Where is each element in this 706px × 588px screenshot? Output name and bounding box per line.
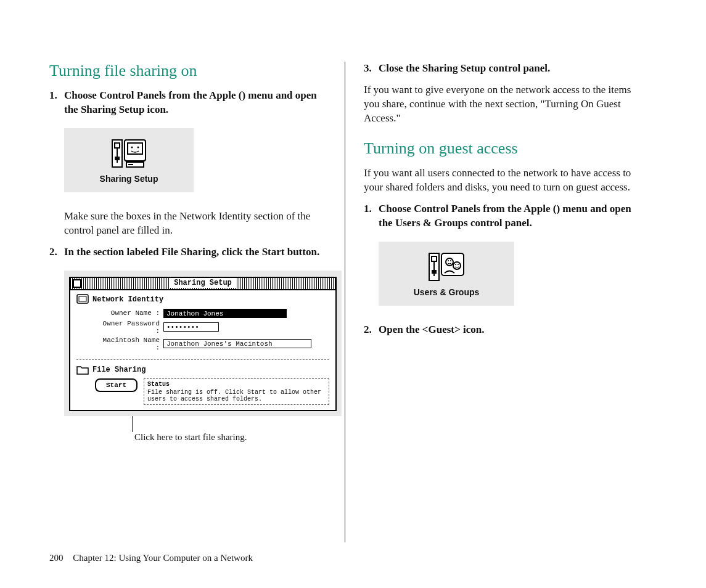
window-title: Sharing Setup bbox=[169, 278, 237, 288]
start-button[interactable]: Start bbox=[95, 378, 138, 392]
note-text: Make sure the boxes in the Network Ident… bbox=[49, 210, 326, 238]
svg-point-20 bbox=[453, 262, 461, 269]
file-sharing-title: File Sharing bbox=[92, 365, 146, 374]
step-number: 1. bbox=[49, 89, 64, 117]
icon-label: Sharing Setup bbox=[64, 174, 194, 184]
step-1-guest: 1. Choose Control Panels from the Apple … bbox=[364, 202, 641, 231]
users-groups-icon bbox=[429, 253, 464, 281]
folder-icon bbox=[76, 365, 89, 375]
status-title: Status bbox=[147, 381, 326, 388]
paragraph: If you want to give everyone on the netw… bbox=[364, 83, 641, 126]
icon-label: Users & Groups bbox=[379, 287, 514, 297]
step-2-guest: 2. Open the <Guest> icon. bbox=[364, 323, 641, 337]
step-1: 1. Choose Control Panels from the Apple … bbox=[49, 89, 326, 117]
svg-point-21 bbox=[455, 264, 456, 265]
users-groups-icon-figure: Users & Groups bbox=[379, 242, 514, 306]
page-footer: 200 Chapter 12: Using Your Computer on a… bbox=[49, 553, 253, 563]
section-heading-guest-access: Turning on guest access bbox=[364, 139, 641, 158]
svg-point-22 bbox=[458, 264, 459, 265]
macintosh-name-field[interactable]: Jonathon Jones's Macintosh bbox=[163, 339, 311, 348]
svg-rect-3 bbox=[115, 157, 120, 160]
callout-text: Click here to start file sharing. bbox=[134, 432, 326, 443]
svg-point-6 bbox=[131, 146, 133, 148]
svg-point-7 bbox=[138, 146, 139, 148]
sharing-setup-window-figure: Sharing Setup Network Identity Owner Nam… bbox=[64, 271, 342, 416]
svg-point-19 bbox=[450, 260, 451, 261]
step-text: Open the <Guest> icon. bbox=[379, 323, 641, 337]
owner-name-label: Owner Name : bbox=[95, 309, 160, 317]
status-box: Status File sharing is off. Click Start … bbox=[144, 378, 329, 405]
owner-password-label: Owner Password : bbox=[95, 320, 160, 335]
window-titlebar: Sharing Setup bbox=[70, 278, 335, 290]
step-number: 3. bbox=[364, 62, 379, 76]
step-text: Close the Sharing Setup control panel. bbox=[379, 62, 641, 76]
step-text: Choose Control Panels from the Apple () … bbox=[64, 89, 326, 117]
svg-point-18 bbox=[448, 260, 449, 261]
svg-point-17 bbox=[446, 258, 453, 266]
section-heading-file-sharing: Turning file sharing on bbox=[49, 62, 326, 80]
step-2: 2. In the section labeled File Sharing, … bbox=[49, 245, 326, 259]
step-text-pre: Choose Control Panels from the Apple ( bbox=[64, 89, 242, 101]
left-column: Turning file sharing on 1. Choose Contro… bbox=[49, 62, 345, 542]
close-icon[interactable] bbox=[73, 279, 81, 288]
svg-rect-15 bbox=[432, 270, 437, 274]
step-text-pre: Choose Control Panels from the Apple ( bbox=[379, 203, 556, 214]
sharing-setup-icon-figure: Sharing Setup bbox=[64, 128, 194, 192]
computer-icon bbox=[76, 294, 89, 305]
owner-password-field[interactable]: •••••••• bbox=[163, 322, 219, 332]
sharing-setup-window: Sharing Setup Network Identity Owner Nam… bbox=[69, 277, 337, 411]
page-number: 200 bbox=[49, 553, 64, 563]
owner-name-field[interactable]: Jonathon Jones bbox=[163, 309, 287, 318]
sharing-setup-icon bbox=[112, 139, 146, 168]
svg-rect-1 bbox=[115, 143, 120, 148]
svg-rect-9 bbox=[128, 164, 133, 165]
paragraph: If you want all users connected to the n… bbox=[364, 166, 641, 195]
chapter-title: Chapter 12: Using Your Computer on a Net… bbox=[73, 553, 253, 563]
svg-rect-11 bbox=[79, 296, 86, 301]
macintosh-name-label: Macintosh Name : bbox=[95, 337, 160, 351]
callout-line bbox=[132, 416, 326, 432]
step-3: 3. Close the Sharing Setup control panel… bbox=[364, 62, 641, 76]
step-text: In the section labeled File Sharing, cli… bbox=[64, 245, 326, 259]
status-message: File sharing is off. Click Start to allo… bbox=[147, 389, 326, 402]
svg-rect-13 bbox=[432, 256, 437, 261]
right-column: 3. Close the Sharing Setup control panel… bbox=[345, 62, 641, 542]
step-number: 2. bbox=[364, 323, 379, 337]
network-identity-section: Network Identity Owner Name : Jonathon J… bbox=[70, 290, 335, 358]
file-sharing-section: File Sharing Start Status File sharing i… bbox=[70, 361, 335, 410]
network-identity-title: Network Identity bbox=[92, 295, 163, 304]
step-text: Choose Control Panels from the Apple () … bbox=[379, 202, 641, 231]
step-number: 1. bbox=[364, 202, 379, 231]
step-number: 2. bbox=[49, 245, 64, 259]
